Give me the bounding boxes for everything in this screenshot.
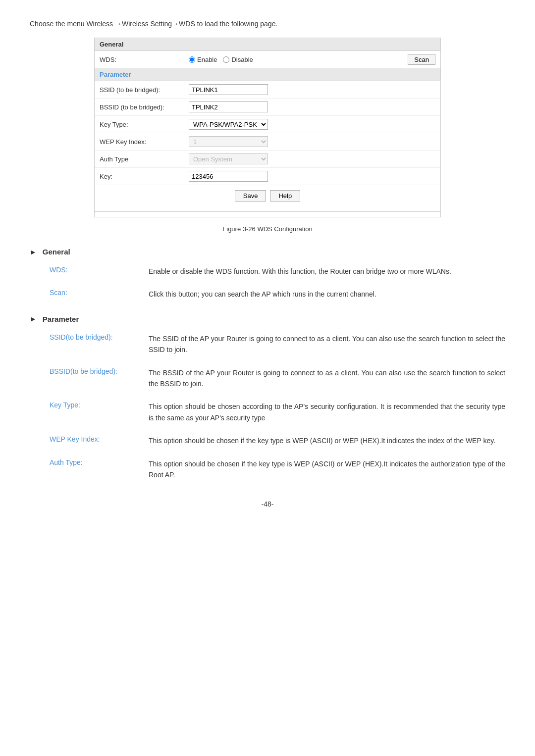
auth-type-definition: This option should be chosen if the key … <box>149 458 505 481</box>
wep-key-index-value: 1 2 3 4 <box>189 136 435 147</box>
auth-type-term: Auth Type: <box>50 458 149 481</box>
general-desc-section: ► General WDS: Enable or disable the WDS… <box>30 248 505 300</box>
auth-type-label: Auth Type <box>100 155 189 163</box>
ssid-input[interactable] <box>189 84 268 95</box>
key-type-definition: This option should be chosen according t… <box>149 401 505 423</box>
wds-definition: Enable or disable the WDS function. With… <box>149 266 505 277</box>
key-type-row: Key Type: WPA-PSK/WPA2-PSK WEP None <box>95 116 440 133</box>
auth-type-desc-item: Auth Type: This option should be chosen … <box>30 458 505 481</box>
scan-desc-item: Scan: Click this button; you can search … <box>30 289 505 300</box>
bssid-row: BSSID (to be bridged): <box>95 99 440 116</box>
help-button[interactable]: Help <box>270 190 300 202</box>
enable-radio-label[interactable]: Enable <box>189 56 217 63</box>
general-title-text: General <box>43 248 70 256</box>
ssid-row: SSID (to be bridged): <box>95 81 440 99</box>
intro-text: Choose the menu Wireless →Wireless Setti… <box>30 20 505 28</box>
wds-row: WDS: Enable Disable Scan <box>95 51 440 68</box>
ssid-term: SSID(to be bridged): <box>50 333 149 355</box>
wep-key-index-label: WEP Key Index: <box>100 138 189 146</box>
parameter-section-header: Parameter <box>95 68 440 81</box>
ssid-value <box>189 84 435 95</box>
key-type-select[interactable]: WPA-PSK/WPA2-PSK WEP None <box>189 119 268 130</box>
enable-radio[interactable] <box>189 56 195 63</box>
ssid-label: SSID (to be bridged): <box>100 86 189 94</box>
parameter-desc-section: ► Parameter SSID(to be bridged): The SSI… <box>30 315 505 481</box>
parameter-arrow-icon: ► <box>30 315 37 323</box>
bssid-desc-item: BSSID(to be bridged): The BSSID of the A… <box>30 367 505 390</box>
wds-term: WDS: <box>50 266 149 277</box>
key-value <box>189 171 435 182</box>
wds-label: WDS: <box>100 56 189 63</box>
auth-type-select[interactable]: Open System Shared Key <box>189 153 268 164</box>
scan-button[interactable]: Scan <box>408 54 435 65</box>
wds-desc-item: WDS: Enable or disable the WDS function.… <box>30 266 505 277</box>
bssid-term: BSSID(to be bridged): <box>50 367 149 390</box>
key-type-label: Key Type: <box>100 121 189 128</box>
bssid-input[interactable] <box>189 101 268 112</box>
key-type-desc-item: Key Type: This option should be chosen a… <box>30 401 505 423</box>
button-row: Save Help <box>95 185 440 206</box>
general-arrow-icon: ► <box>30 248 37 256</box>
wep-key-index-term: WEP Key Index: <box>50 435 149 446</box>
parameter-section-title: ► Parameter <box>30 315 505 323</box>
ssid-definition: The SSID of the AP your Router is going … <box>149 333 505 355</box>
auth-type-value: Open System Shared Key <box>189 153 435 164</box>
config-table: General WDS: Enable Disable Scan Paramet… <box>94 38 441 217</box>
disable-label: Disable <box>231 56 253 63</box>
enable-label: Enable <box>197 56 217 63</box>
parameter-title-text: Parameter <box>43 315 79 323</box>
bssid-label: BSSID (to be bridged): <box>100 103 189 111</box>
key-type-term: Key Type: <box>50 401 149 423</box>
wds-value: Enable Disable Scan <box>189 54 435 65</box>
general-section-title: ► General <box>30 248 505 256</box>
wep-key-index-desc-item: WEP Key Index: This option should be cho… <box>30 435 505 446</box>
table-divider <box>95 211 440 212</box>
disable-radio[interactable] <box>223 56 229 63</box>
wep-key-index-row: WEP Key Index: 1 2 3 4 <box>95 133 440 151</box>
wds-radio-group: Enable Disable <box>189 56 404 63</box>
save-button[interactable]: Save <box>235 190 267 202</box>
bssid-value <box>189 101 435 112</box>
wep-key-index-select[interactable]: 1 2 3 4 <box>189 136 268 147</box>
general-section-header: General <box>95 38 440 51</box>
key-label: Key: <box>100 173 189 180</box>
wep-key-index-definition: This option should be chosen if the key … <box>149 435 505 446</box>
page-number: -48- <box>30 500 505 508</box>
ssid-desc-item: SSID(to be bridged): The SSID of the AP … <box>30 333 505 355</box>
scan-definition: Click this button; you can search the AP… <box>149 289 505 300</box>
key-type-value: WPA-PSK/WPA2-PSK WEP None <box>189 119 435 130</box>
scan-term: Scan: <box>50 289 149 300</box>
bssid-definition: The BSSID of the AP your Router is going… <box>149 367 505 390</box>
auth-type-row: Auth Type Open System Shared Key <box>95 151 440 168</box>
key-input[interactable] <box>189 171 268 182</box>
key-row: Key: <box>95 168 440 185</box>
disable-radio-label[interactable]: Disable <box>223 56 253 63</box>
figure-caption: Figure 3-26 WDS Configuration <box>30 225 505 233</box>
